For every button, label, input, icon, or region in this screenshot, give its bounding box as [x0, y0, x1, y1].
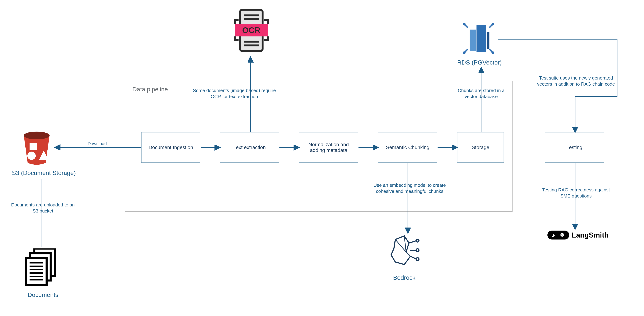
arrows-layer	[0, 0, 644, 316]
